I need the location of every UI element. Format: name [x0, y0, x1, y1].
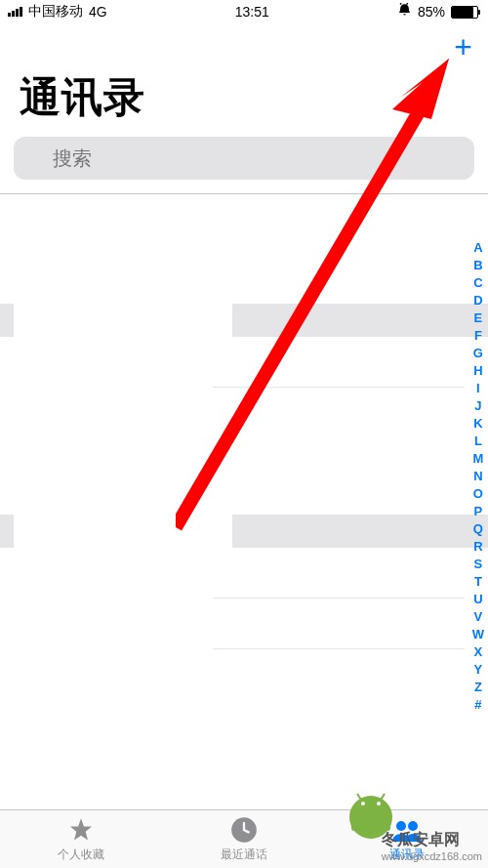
- index-letter[interactable]: Q: [473, 520, 483, 538]
- index-letter[interactable]: B: [473, 257, 482, 274]
- index-letter[interactable]: W: [472, 626, 484, 643]
- index-letter[interactable]: F: [474, 327, 482, 345]
- index-letter[interactable]: D: [473, 292, 482, 310]
- nav-bar: +: [0, 23, 488, 70]
- battery-icon: [451, 6, 480, 19]
- tab-label: 最近通话: [221, 847, 267, 863]
- tab-label: 个人收藏: [58, 847, 104, 863]
- index-letter[interactable]: R: [473, 538, 482, 556]
- index-letter[interactable]: G: [473, 345, 483, 362]
- divider: [0, 193, 488, 194]
- index-letter[interactable]: A: [473, 239, 482, 257]
- battery-percent: 85%: [418, 4, 445, 20]
- plus-icon: +: [454, 29, 472, 64]
- section-header: [0, 304, 14, 337]
- list-item[interactable]: [213, 599, 465, 649]
- star-icon: [66, 816, 96, 844]
- clock-icon: [230, 816, 258, 844]
- index-letter[interactable]: V: [474, 608, 483, 626]
- alarm-icon: [397, 3, 412, 21]
- index-letter[interactable]: I: [476, 380, 480, 397]
- status-time: 13:51: [235, 4, 269, 20]
- section-header: [232, 304, 488, 337]
- add-contact-button[interactable]: +: [454, 31, 472, 62]
- tab-recents[interactable]: 最近通话: [163, 810, 326, 868]
- index-letter[interactable]: N: [473, 468, 482, 485]
- index-letter[interactable]: S: [474, 556, 483, 573]
- search-input[interactable]: [14, 137, 474, 180]
- index-letter[interactable]: E: [474, 310, 483, 327]
- section-header: [0, 515, 14, 548]
- index-letter[interactable]: X: [474, 643, 483, 661]
- index-letter[interactable]: O: [473, 485, 483, 503]
- status-bar: 中国移动 4G 13:51 85%: [0, 0, 488, 23]
- index-letter[interactable]: J: [474, 397, 481, 415]
- index-letter[interactable]: #: [474, 696, 481, 714]
- index-letter[interactable]: U: [473, 591, 482, 608]
- index-letter[interactable]: H: [473, 362, 482, 380]
- index-letter[interactable]: P: [474, 503, 483, 520]
- network-label: 4G: [89, 4, 107, 20]
- index-letter[interactable]: L: [474, 433, 482, 450]
- index-letter[interactable]: Z: [474, 679, 482, 696]
- signal-icon: [8, 7, 22, 17]
- tab-favorites[interactable]: 个人收藏: [0, 810, 163, 868]
- watermark-text: 冬瓜安卓网 www.dgxcdz168.com: [382, 830, 482, 862]
- list-item[interactable]: [213, 548, 465, 599]
- index-letter[interactable]: K: [473, 415, 482, 433]
- index-letter[interactable]: C: [473, 274, 482, 292]
- svg-point-3: [396, 821, 406, 831]
- contacts-list[interactable]: [0, 304, 488, 868]
- list-item[interactable]: [213, 337, 465, 388]
- index-letter[interactable]: M: [472, 450, 483, 468]
- alphabet-index[interactable]: ABCDEFGHIJKLMNOPQRSTUVWXYZ#: [472, 239, 484, 714]
- search-field[interactable]: [14, 137, 474, 180]
- carrier-label: 中国移动: [28, 3, 83, 21]
- section-header: [232, 515, 488, 548]
- index-letter[interactable]: Y: [474, 661, 483, 679]
- svg-point-4: [408, 821, 418, 831]
- page-title: 通讯录: [20, 70, 468, 125]
- index-letter[interactable]: T: [474, 573, 482, 591]
